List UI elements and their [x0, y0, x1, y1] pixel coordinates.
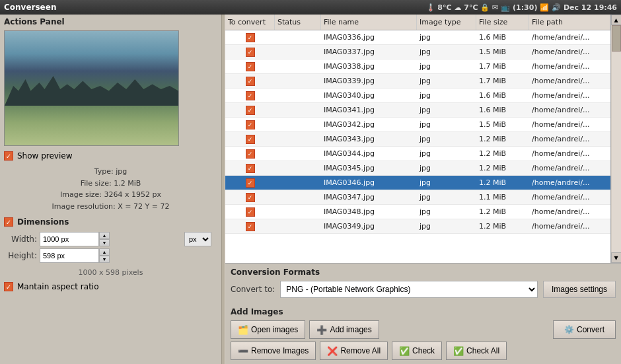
table-row[interactable]: IMAG0338.jpgjpg1.7 MiB/home/andrei/...: [225, 59, 610, 74]
row-filepath: /home/andrei/...: [529, 77, 610, 85]
table-row[interactable]: IMAG0340.jpgjpg1.6 MiB/home/andrei/...: [225, 89, 610, 103]
right-panel: To convert Status File name Image type F…: [225, 15, 621, 364]
show-preview-checkbox[interactable]: [4, 151, 13, 161]
row-imgtype: jpg: [417, 120, 476, 129]
row-checkbox[interactable]: [246, 164, 255, 173]
row-filename: IMAG0340.jpg: [321, 91, 417, 100]
maintain-aspect-checkbox[interactable]: [4, 282, 13, 291]
conversion-formats-title: Conversion Formats: [231, 268, 616, 277]
col-header-imgtype[interactable]: Image type: [417, 15, 476, 30]
height-spin-down[interactable]: ▼: [99, 256, 110, 263]
row-filepath: /home/andrei/...: [529, 33, 610, 42]
scroll-thumb[interactable]: [612, 25, 621, 52]
open-images-button[interactable]: 🗂️ Open images: [231, 320, 305, 339]
table-row[interactable]: IMAG0344.jpgjpg1.2 MiB/home/andrei/...: [225, 147, 610, 161]
row-filepath: /home/andrei/...: [529, 120, 610, 129]
table-row[interactable]: IMAG0345.jpgjpg1.2 MiB/home/andrei/...: [225, 161, 610, 176]
col-header-filesize[interactable]: File size: [476, 15, 529, 30]
dimensions-checkbox[interactable]: [4, 217, 13, 227]
row-imgtype: jpg: [417, 164, 476, 172]
height-input-group: ▲ ▼: [40, 248, 172, 263]
row-filename: IMAG0341.jpg: [321, 106, 417, 114]
row-filename: IMAG0338.jpg: [321, 62, 417, 71]
unit-select[interactable]: px % cm in: [184, 232, 211, 246]
row-checkbox[interactable]: [246, 222, 255, 231]
height-spin-up[interactable]: ▲: [99, 248, 110, 256]
col-header-filepath[interactable]: File path: [529, 15, 610, 30]
width-input[interactable]: [40, 232, 99, 246]
row-imgtype: jpg: [417, 33, 476, 42]
dimensions-section-title: Dimensions: [4, 217, 217, 227]
row-checkbox[interactable]: [246, 48, 255, 57]
width-spin-down[interactable]: ▼: [99, 239, 110, 246]
scroll-up-btn[interactable]: ▲: [611, 15, 622, 25]
maintain-aspect-label: Mantain aspect ratio: [17, 282, 99, 291]
row-checkbox[interactable]: [246, 77, 255, 86]
row-imgtype: jpg: [417, 62, 476, 71]
scroll-down-btn[interactable]: ▼: [611, 252, 622, 263]
row-checkbox[interactable]: [246, 207, 255, 217]
images-settings-button[interactable]: Images settings: [543, 281, 616, 298]
table-row[interactable]: IMAG0348.jpgjpg1.2 MiB/home/andrei/...: [225, 205, 610, 219]
scrollbar[interactable]: ▲ ▼: [610, 15, 621, 263]
meta-info: Type: jpg File size: 1.2 MiB Image size:…: [4, 166, 217, 212]
row-imgtype: jpg: [417, 178, 476, 187]
remove-images-icon: ➖: [238, 346, 248, 356]
col-header-filename[interactable]: File name: [321, 15, 417, 30]
check-button[interactable]: ✅ Check: [392, 342, 442, 360]
left-panel: Actions Panel Show preview Type: jpg Fil…: [0, 15, 221, 364]
row-checkbox[interactable]: [246, 149, 255, 159]
row-checkbox[interactable]: [246, 91, 255, 100]
row-filesize: 1.5 MiB: [476, 48, 529, 56]
width-spin-up[interactable]: ▲: [99, 232, 110, 239]
add-images-button[interactable]: ➕ Add images: [309, 320, 379, 339]
col-header-status[interactable]: Status: [275, 15, 321, 30]
scroll-track[interactable]: [612, 25, 621, 252]
row-filepath: /home/andrei/...: [529, 207, 610, 216]
row-checkbox[interactable]: [246, 178, 255, 188]
row-checkbox[interactable]: [246, 120, 255, 129]
file-list-scroll[interactable]: IMAG0336.jpgjpg1.6 MiB/home/andrei/...IM…: [225, 30, 610, 263]
table-row[interactable]: IMAG0349.jpgjpg1.2 MiB/home/andrei/...: [225, 219, 610, 234]
convert-to-select[interactable]: PNG - (Portable Network Graphics) JPG - …: [280, 281, 538, 298]
conversion-section: Conversion Formats Convert to: PNG - (Po…: [225, 264, 621, 305]
row-imgtype: jpg: [417, 149, 476, 158]
table-row[interactable]: IMAG0336.jpgjpg1.6 MiB/home/andrei/...: [225, 30, 610, 45]
row-checkbox[interactable]: [246, 193, 255, 202]
width-label: Width:: [4, 235, 37, 244]
row-filepath: /home/andrei/...: [529, 193, 610, 201]
table-row[interactable]: IMAG0342.jpgjpg1.5 MiB/home/andrei/...: [225, 118, 610, 132]
row-checkbox[interactable]: [246, 62, 255, 71]
remove-images-button[interactable]: ➖ Remove Images: [231, 342, 316, 360]
table-row[interactable]: IMAG0339.jpgjpg1.7 MiB/home/andrei/...: [225, 74, 610, 89]
convert-button[interactable]: ⚙️ Convert: [553, 320, 616, 339]
table-row[interactable]: IMAG0347.jpgjpg1.1 MiB/home/andrei/...: [225, 190, 610, 205]
row-imgtype: jpg: [417, 193, 476, 201]
convert-to-label: Convert to:: [231, 285, 275, 294]
row-imgtype: jpg: [417, 135, 476, 143]
row-filename: IMAG0346.jpg: [321, 178, 417, 187]
row-checkbox[interactable]: [246, 106, 255, 115]
row-filename: IMAG0342.jpg: [321, 120, 417, 129]
row-filename: IMAG0349.jpg: [321, 222, 417, 231]
table-row[interactable]: IMAG0343.jpgjpg1.2 MiB/home/andrei/...: [225, 132, 610, 147]
table-row[interactable]: IMAG0337.jpgjpg1.5 MiB/home/andrei/...: [225, 45, 610, 59]
row-filepath: /home/andrei/...: [529, 91, 610, 100]
remove-all-button[interactable]: ❌ Remove All: [320, 342, 388, 360]
row-filesize: 1.2 MiB: [476, 207, 529, 216]
width-spinbox[interactable]: ▲ ▼: [99, 232, 110, 246]
height-input[interactable]: [40, 248, 99, 263]
col-header-convert[interactable]: To convert: [225, 15, 275, 30]
row-filesize: 1.6 MiB: [476, 33, 529, 42]
row-filename: IMAG0345.jpg: [321, 164, 417, 172]
row-filesize: 1.7 MiB: [476, 77, 529, 85]
row-filepath: /home/andrei/...: [529, 178, 610, 187]
table-row[interactable]: IMAG0341.jpgjpg1.6 MiB/home/andrei/...: [225, 103, 610, 118]
meta-filesize: File size: 1.2 MiB: [4, 178, 217, 190]
row-checkbox[interactable]: [246, 135, 255, 144]
height-spinbox[interactable]: ▲ ▼: [99, 248, 110, 263]
row-checkbox[interactable]: [246, 33, 255, 42]
check-all-button[interactable]: ✅ Check All: [446, 342, 507, 360]
convert-to-row: Convert to: PNG - (Portable Network Grap…: [231, 281, 616, 298]
table-row[interactable]: IMAG0346.jpgjpg1.2 MiB/home/andrei/...: [225, 176, 610, 190]
